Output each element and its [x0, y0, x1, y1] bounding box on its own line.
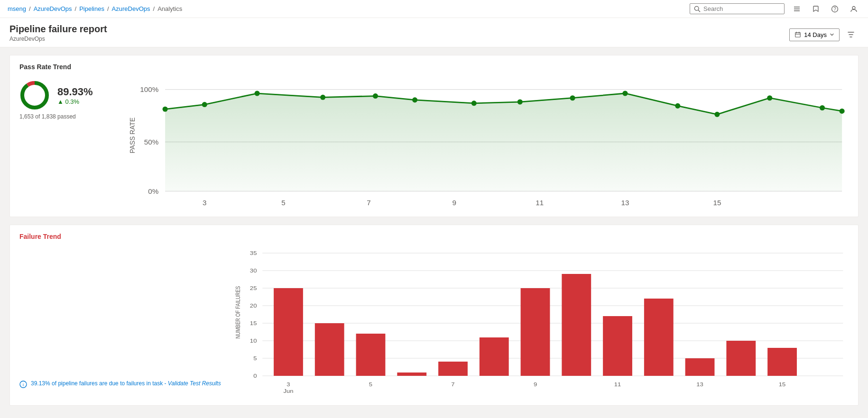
page-header-left: Pipeline failure report AzureDevOps	[9, 24, 107, 42]
svg-rect-2	[794, 7, 800, 8]
date-filter: 14 Days	[789, 27, 859, 42]
svg-point-13	[22, 83, 47, 108]
pass-rate-donut	[19, 80, 50, 110]
page-header: Pipeline failure report AzureDevOps 14 D…	[0, 18, 868, 47]
chevron-down-icon	[830, 32, 834, 37]
svg-rect-4	[794, 10, 800, 11]
svg-text:7: 7	[367, 199, 370, 207]
breadcrumb-azuredevops1[interactable]: AzureDevOps	[34, 5, 72, 12]
svg-text:5: 5	[253, 355, 257, 362]
svg-line-1	[698, 10, 700, 12]
pass-rate-line-chart: 100% 50% 0% 3 5 7 9 11 13 15 Jun	[126, 76, 849, 208]
pass-rate-left: 89.93% ▲ 0.3% 1,653 of 1,838 passed	[19, 76, 114, 120]
svg-point-40	[675, 103, 680, 109]
svg-point-41	[714, 112, 720, 117]
svg-text:0%: 0%	[148, 187, 158, 195]
bookmark-icon[interactable]	[809, 2, 822, 16]
info-icon: i	[19, 381, 27, 388]
failure-trend-title: Failure Trend	[19, 233, 849, 240]
failure-trend-card: Failure Trend i 39.13% of pipeline failu…	[9, 225, 859, 406]
svg-marker-29	[165, 93, 842, 191]
bar-day4	[315, 323, 344, 376]
nav-right: ?	[690, 2, 860, 16]
svg-point-43	[820, 105, 825, 110]
date-filter-label: 14 Days	[804, 31, 827, 38]
svg-text:35: 35	[250, 250, 257, 256]
search-box[interactable]	[690, 3, 785, 14]
svg-text:13: 13	[621, 199, 629, 207]
svg-point-44	[840, 109, 845, 114]
user-icon[interactable]	[847, 2, 860, 16]
date-filter-button[interactable]: 14 Days	[789, 28, 840, 41]
main-content: Pass Rate Trend 89.93% ▲ 0.3%	[0, 47, 868, 413]
bar-chart-left: i 39.13% of pipeline failures are due to…	[19, 246, 221, 398]
top-nav: mseng / AzureDevOps / Pipelines / AzureD…	[0, 0, 868, 18]
svg-point-37	[517, 99, 523, 104]
svg-text:9: 9	[534, 382, 537, 388]
svg-text:3: 3	[286, 382, 290, 388]
svg-text:50%: 50%	[144, 138, 158, 146]
svg-point-42	[767, 95, 772, 100]
breadcrumb-mseng[interactable]: mseng	[8, 5, 26, 12]
bar-day15	[767, 348, 797, 376]
svg-point-7	[852, 6, 855, 9]
svg-text:9: 9	[452, 199, 456, 207]
svg-text:i: i	[23, 382, 24, 387]
bar-day8	[480, 337, 509, 376]
bar-chart-outer: i 39.13% of pipeline failures are due to…	[19, 246, 849, 398]
svg-text:3: 3	[203, 199, 206, 207]
svg-point-39	[622, 91, 628, 96]
svg-text:PASS RATE: PASS RATE	[129, 118, 136, 154]
svg-text:30: 30	[250, 268, 257, 274]
svg-text:5: 5	[281, 199, 285, 207]
svg-text:15: 15	[778, 382, 785, 388]
svg-text:15: 15	[713, 199, 721, 207]
svg-point-35	[412, 97, 417, 102]
svg-point-38	[570, 95, 575, 100]
breadcrumb: mseng / AzureDevOps / Pipelines / AzureD…	[8, 5, 182, 12]
svg-point-33	[320, 95, 325, 100]
svg-text:Jun: Jun	[283, 388, 293, 394]
validate-test-results-link[interactable]: Validate Test Results	[168, 380, 221, 387]
bar-day11	[603, 316, 632, 376]
svg-point-31	[202, 102, 207, 107]
svg-text:5: 5	[369, 382, 373, 388]
pass-rate-card: Pass Rate Trend 89.93% ▲ 0.3%	[9, 55, 859, 217]
svg-text:NUMBER OF FAILURES: NUMBER OF FAILURES	[235, 286, 241, 339]
svg-rect-8	[795, 33, 801, 37]
bar-day5	[356, 334, 385, 376]
bar-day3	[274, 288, 303, 376]
breadcrumb-azuredevops2[interactable]: AzureDevOps	[112, 5, 150, 12]
svg-rect-3	[794, 9, 800, 9]
svg-text:11: 11	[614, 382, 621, 388]
svg-text:15: 15	[250, 320, 257, 327]
list-icon[interactable]	[790, 2, 803, 16]
bar-chart-container: 35 30 25 20 15 10 5 0 NUMBER OF FAILURES	[229, 246, 849, 398]
pass-rate-percentage: 89.93%	[57, 86, 93, 98]
svg-text:Jun: Jun	[199, 206, 211, 208]
bar-day13	[685, 358, 714, 376]
svg-text:11: 11	[536, 199, 544, 207]
svg-text:20: 20	[250, 303, 257, 309]
filter-button[interactable]	[843, 27, 859, 42]
help-icon[interactable]: ?	[828, 2, 841, 16]
pass-rate-delta: ▲ 0.3%	[57, 98, 93, 105]
pass-rate-content: 89.93% ▲ 0.3% 1,653 of 1,838 passed	[19, 76, 849, 209]
search-input[interactable]	[703, 5, 780, 12]
svg-text:10: 10	[250, 338, 257, 344]
pass-rate-stats: 89.93% ▲ 0.3%	[57, 86, 93, 105]
line-chart-area: 100% 50% 0% 3 5 7 9 11 13 15 Jun	[126, 76, 849, 209]
svg-text:?: ?	[833, 7, 836, 12]
svg-text:100%: 100%	[140, 85, 158, 93]
calendar-icon	[794, 31, 801, 38]
svg-point-34	[373, 93, 378, 99]
svg-point-36	[471, 100, 477, 106]
filter-icon	[847, 31, 855, 38]
failure-bar-chart: 35 30 25 20 15 10 5 0 NUMBER OF FAILURES	[229, 246, 849, 398]
search-icon	[694, 6, 701, 12]
failure-info: i 39.13% of pipeline failures are due to…	[19, 380, 221, 388]
breadcrumb-analytics: Analytics	[157, 5, 182, 12]
bar-day7	[438, 362, 468, 376]
breadcrumb-pipelines[interactable]: Pipelines	[79, 5, 104, 12]
bar-day9	[520, 288, 550, 376]
